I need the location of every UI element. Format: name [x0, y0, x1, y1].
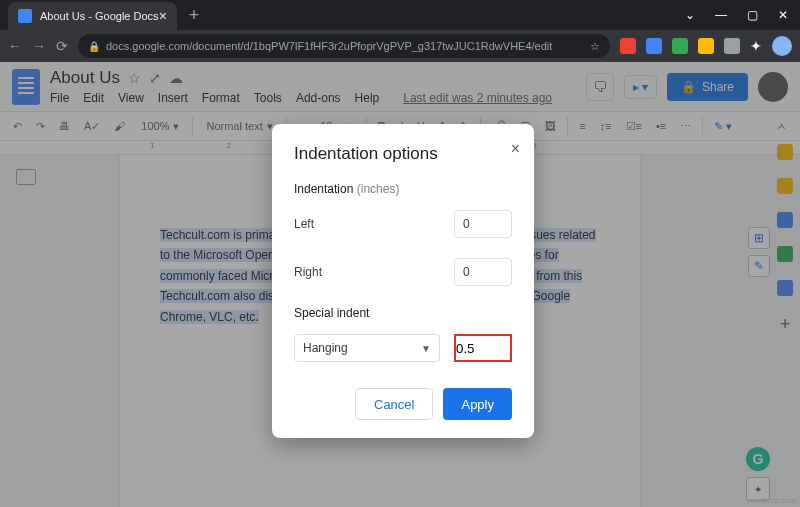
right-indent-label: Right — [294, 265, 454, 279]
extensions-puzzle-icon[interactable]: ✦ — [750, 38, 762, 54]
dialog-close-icon[interactable]: × — [511, 140, 520, 158]
tab-title: About Us - Google Docs — [40, 10, 159, 22]
watermark-text: wccftech.com — [748, 496, 796, 505]
dropdown-arrow-icon: ▼ — [421, 343, 431, 354]
docs-favicon — [18, 9, 32, 23]
address-field[interactable]: 🔒 docs.google.com/document/d/1bqPW7lF1fH… — [78, 34, 610, 58]
ext-icon-2[interactable] — [646, 38, 662, 54]
indentation-section-label: Indentation (inches) — [294, 182, 512, 196]
maximize-icon[interactable]: ▢ — [747, 8, 758, 22]
url-text: docs.google.com/document/d/1bqPW7lF1fHF3… — [106, 40, 552, 52]
right-indent-input[interactable] — [454, 258, 512, 286]
browser-tab[interactable]: About Us - Google Docs × — [8, 2, 177, 30]
ext-icon-3[interactable] — [672, 38, 688, 54]
url-bar: ← → ⟳ 🔒 docs.google.com/document/d/1bqPW… — [0, 30, 800, 62]
apply-button[interactable]: Apply — [443, 388, 512, 420]
back-icon[interactable]: ← — [8, 38, 22, 54]
forward-icon[interactable]: → — [32, 38, 46, 54]
reload-icon[interactable]: ⟳ — [56, 38, 68, 54]
bookmark-star-icon[interactable]: ☆ — [590, 40, 600, 53]
close-tab-icon[interactable]: × — [159, 8, 167, 24]
lock-icon: 🔒 — [88, 41, 100, 52]
new-tab-button[interactable]: + — [177, 5, 212, 26]
left-indent-input[interactable] — [454, 210, 512, 238]
special-indent-label: Special indent — [294, 306, 512, 320]
cancel-button[interactable]: Cancel — [355, 388, 433, 420]
browser-titlebar: About Us - Google Docs × + ⌄ — ▢ ✕ — [0, 0, 800, 30]
dialog-title: Indentation options — [294, 144, 512, 164]
left-indent-label: Left — [294, 217, 454, 231]
window-controls: ⌄ — ▢ ✕ — [685, 8, 800, 22]
extension-icons: ✦ — [620, 36, 792, 56]
ext-icon-4[interactable] — [698, 38, 714, 54]
profile-avatar[interactable] — [772, 36, 792, 56]
ext-icon-1[interactable] — [620, 38, 636, 54]
chevron-down-icon[interactable]: ⌄ — [685, 8, 695, 22]
special-indent-dropdown[interactable]: Hanging ▼ — [294, 334, 440, 362]
indentation-dialog: × Indentation options Indentation (inche… — [272, 124, 534, 438]
ext-icon-5[interactable] — [724, 38, 740, 54]
close-window-icon[interactable]: ✕ — [778, 8, 788, 22]
minimize-icon[interactable]: — — [715, 8, 727, 22]
special-indent-amount-input[interactable] — [454, 334, 512, 362]
